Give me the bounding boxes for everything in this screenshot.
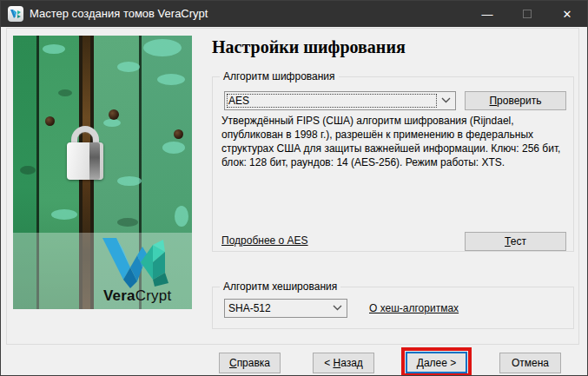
chevron-down-icon [333, 305, 342, 311]
encryption-group-label: Алгоритм шифрования [220, 70, 339, 82]
close-icon: ✕ [563, 8, 572, 21]
encryption-algorithm-select[interactable]: AES [224, 91, 456, 110]
chevron-down-icon [441, 97, 451, 103]
encryption-algorithm-group: Алгоритм шифрования AES Проверить Утверж… [212, 76, 574, 252]
close-button[interactable]: ✕ [547, 1, 587, 27]
minimize-icon: — [482, 8, 493, 21]
algorithm-description: Утверждённый FIPS (США) алгоритм шифрова… [221, 114, 571, 169]
next-button[interactable]: Далее > [406, 352, 467, 373]
focus-rectangle [227, 94, 437, 108]
cancel-button[interactable]: Отмена [499, 353, 561, 373]
help-button[interactable]: Справка [219, 353, 281, 373]
hash-group-label: Алгоритм хеширования [220, 280, 340, 293]
nail-dot [174, 129, 183, 139]
hash-algorithm-value: SHA-512 [228, 302, 271, 314]
veracrypt-app-icon [8, 6, 23, 22]
nail-dot [109, 109, 119, 120]
more-about-aes-link[interactable]: Подробнее о AES [221, 234, 308, 247]
veracrypt-logo [97, 238, 170, 288]
title-bar: Мастер создания томов VeraCrypt — ✕ [1, 1, 587, 27]
back-button[interactable]: < Назад [313, 353, 374, 373]
benchmark-button[interactable]: Тест [465, 232, 566, 251]
veracrypt-wizard-window: Мастер создания томов VeraCrypt — ✕ [0, 0, 588, 376]
minimize-button[interactable]: — [467, 1, 507, 27]
hash-info-link[interactable]: О хеш-алгоритмах [369, 302, 459, 314]
maximize-button [507, 1, 547, 27]
nail-dot [45, 116, 55, 126]
hash-algorithm-select[interactable]: SHA-512 [224, 299, 347, 318]
test-encryption-button[interactable]: Проверить [465, 91, 566, 110]
maximize-icon [523, 10, 532, 18]
padlock-icon [67, 142, 103, 180]
veracrypt-wordmark: VeraCrypt [103, 287, 171, 305]
vc-logo-icon [10, 9, 22, 19]
sidebar-image-green-door: VeraCrypt [13, 36, 192, 309]
page-title: Настройки шифрования [212, 37, 406, 57]
hash-algorithm-group: Алгоритм хеширования SHA-512 О хеш-алгор… [212, 287, 574, 329]
window-title: Мастер создания томов VeraCrypt [30, 1, 208, 27]
